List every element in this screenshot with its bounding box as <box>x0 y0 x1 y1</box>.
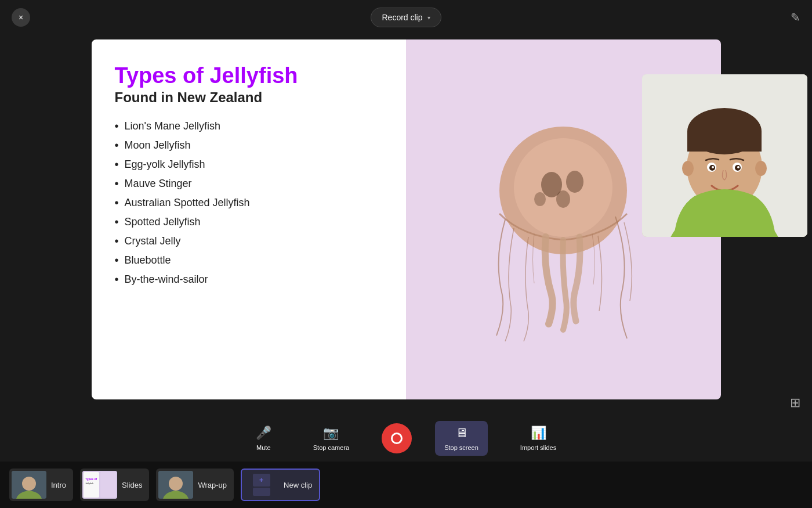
svg-point-5 <box>534 192 546 206</box>
screen-icon: 🖥 <box>455 426 468 441</box>
stop-screen-label: Stop screen <box>444 444 478 451</box>
top-bar: × Record clip ▾ ✎ <box>0 0 812 35</box>
thumb-slides-image: Types of Jellyfish <box>82 471 117 499</box>
import-slides-button[interactable]: 📊 Import slides <box>511 421 566 456</box>
record-clip-button[interactable]: Record clip ▾ <box>371 8 441 27</box>
stop-camera-button[interactable]: 📷 Stop camera <box>304 421 358 456</box>
list-item: Australian Spotted Jellyfish <box>115 196 383 210</box>
thumbnail-strip: Intro Types of Jellyfish Slides Wrap-up <box>0 462 812 508</box>
thumb-intro-image <box>12 471 46 499</box>
slide-subtitle: Found in New Zealand <box>115 89 383 106</box>
list-item: By-the-wind-sailor <box>115 273 383 286</box>
mute-icon: 🎤 <box>256 426 271 441</box>
svg-point-1 <box>514 138 612 237</box>
record-indicator <box>391 433 403 444</box>
list-item: Lion's Mane Jellyfish <box>115 120 383 133</box>
list-item: Mauve Stinger <box>115 177 383 190</box>
person-video <box>642 74 807 237</box>
list-item: Bluebottle <box>115 254 383 267</box>
svg-text:Types of: Types of <box>85 477 97 481</box>
svg-text:Jellyfish: Jellyfish <box>85 482 93 485</box>
svg-point-4 <box>556 190 570 208</box>
list-item: Spotted Jellyfish <box>115 215 383 229</box>
thumb-wrapup-image <box>158 471 193 499</box>
layout-icon: ⊞ <box>790 395 800 410</box>
record-main-button[interactable] <box>382 423 412 453</box>
svg-point-13 <box>755 161 767 176</box>
stop-screen-button[interactable]: 🖥 Stop screen <box>435 421 488 456</box>
svg-rect-23 <box>84 472 99 498</box>
svg-text:+: + <box>259 476 263 484</box>
svg-point-21 <box>22 477 36 491</box>
svg-rect-24 <box>100 472 116 498</box>
dropdown-arrow-icon: ▾ <box>427 15 430 21</box>
camera-preview <box>642 74 807 237</box>
slide-list: Lion's Mane JellyfishMoon JellyfishEgg-y… <box>115 120 383 286</box>
mute-button[interactable]: 🎤 Mute <box>246 421 281 456</box>
svg-point-28 <box>169 477 183 491</box>
thumb-intro-label: Intro <box>51 481 66 489</box>
import-icon: 📊 <box>531 426 546 441</box>
layout-toggle-button[interactable]: ⊞ <box>790 395 800 410</box>
mute-label: Mute <box>256 444 270 451</box>
thumbnail-intro[interactable]: Intro <box>9 469 73 501</box>
svg-rect-11 <box>687 131 762 152</box>
svg-point-12 <box>682 161 694 176</box>
import-slides-label: Import slides <box>520 444 556 451</box>
edit-icon: ✎ <box>791 11 800 24</box>
camera-icon: 📷 <box>323 426 339 441</box>
thumb-new-clip-label: New clip <box>284 481 312 489</box>
main-area: Types of Jellyfish Found in New Zealand … <box>0 35 812 415</box>
thumb-slides-label: Slides <box>122 481 142 489</box>
svg-point-18 <box>712 166 714 168</box>
slide-left: Types of Jellyfish Found in New Zealand … <box>92 39 407 399</box>
thumb-wrapup-label: Wrap-up <box>198 481 227 489</box>
list-item: Crystal Jelly <box>115 235 383 248</box>
stop-camera-label: Stop camera <box>313 444 349 451</box>
edit-button[interactable]: ✎ <box>791 10 800 24</box>
slide-container: Types of Jellyfish Found in New Zealand … <box>92 39 721 399</box>
slide-title: Types of Jellyfish <box>115 63 383 89</box>
svg-point-19 <box>737 166 740 168</box>
bottom-controls: 🎤 Mute 📷 Stop camera 🖥 Stop screen 📊 Imp… <box>0 415 812 462</box>
thumb-new-image: + <box>244 471 279 499</box>
list-item: Egg-yolk Jellyfish <box>115 158 383 171</box>
jellyfish-svg <box>476 98 650 341</box>
record-clip-label: Record clip <box>382 13 422 22</box>
svg-point-3 <box>566 171 583 193</box>
thumbnail-new-clip[interactable]: + New clip <box>241 469 320 501</box>
svg-rect-31 <box>253 488 270 496</box>
list-item: Moon Jellyfish <box>115 139 383 152</box>
thumbnail-wrapup[interactable]: Wrap-up <box>156 469 234 501</box>
person-svg <box>642 74 807 237</box>
close-button[interactable]: × <box>12 8 30 27</box>
thumbnail-slides[interactable]: Types of Jellyfish Slides <box>80 469 149 501</box>
